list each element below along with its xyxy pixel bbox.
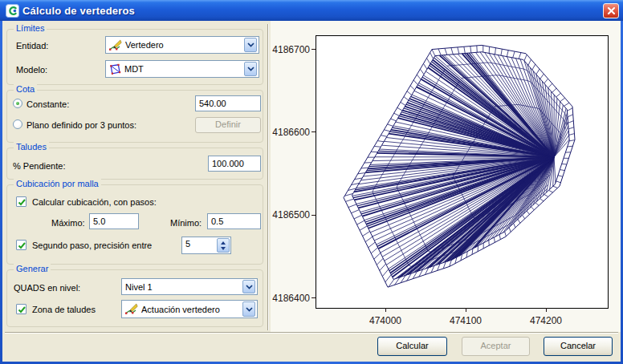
precision-spinner[interactable]: 5 (181, 237, 231, 254)
vertederos-dialog: Cálculo de vertederos Límites Entidad: V… (0, 0, 623, 364)
polyline-pencil-icon (125, 303, 138, 315)
calcular-cubicacion-checkbox[interactable] (16, 196, 26, 207)
footer-separator (5, 332, 618, 334)
zona-taludes-combobox[interactable]: Actuación vertedero (121, 300, 258, 318)
pendiente-label: % Pendiente: (13, 160, 65, 172)
calcular-button[interactable]: Calcular (377, 337, 447, 356)
maximo-input[interactable] (89, 213, 139, 229)
mdt-surface-icon (109, 63, 121, 75)
mesh-plot-panel: 4740004741004742004186400418650041866004… (271, 21, 621, 332)
check-icon (17, 305, 27, 315)
pendiente-input[interactable] (208, 156, 261, 172)
segundo-paso-checkbox[interactable] (16, 240, 26, 250)
chevron-down-icon (246, 307, 253, 312)
check-icon (17, 197, 27, 208)
svg-text:4186700: 4186700 (272, 44, 310, 55)
constante-label[interactable]: Constante: (26, 99, 69, 110)
svg-text:4186400: 4186400 (272, 293, 310, 304)
spin-up-icon[interactable] (221, 241, 226, 245)
plano-label[interactable]: Plano definido por 3 puntos: (26, 119, 136, 131)
minimo-input[interactable] (207, 213, 261, 229)
mesh-plot: 4740004741004742004186400418650041866004… (271, 21, 621, 332)
polyline-pencil-icon (109, 39, 122, 51)
definir-button[interactable]: Definir (195, 117, 261, 133)
zona-taludes-checkbox[interactable] (16, 304, 26, 314)
svg-text:4186600: 4186600 (272, 127, 310, 138)
entidad-combobox[interactable]: Vertedero (105, 36, 259, 54)
cancelar-button[interactable]: Cancelar (544, 337, 613, 356)
app-icon (6, 4, 19, 18)
chevron-down-icon (247, 67, 254, 71)
panel-separator (267, 24, 269, 330)
constante-radio[interactable] (13, 99, 22, 108)
aceptar-button[interactable]: Aceptar (462, 337, 530, 356)
spin-down-icon[interactable] (221, 247, 226, 250)
svg-text:4186500: 4186500 (272, 209, 310, 220)
window-title: Cálculo de vertederos (22, 5, 603, 17)
group-cubicacion-caption: Cubicación por malla (14, 179, 101, 188)
zona-dropdown-button[interactable] (242, 301, 255, 317)
modelo-combobox[interactable]: MDT (105, 60, 259, 78)
svg-text:474000: 474000 (369, 315, 401, 326)
quads-dropdown-button[interactable] (242, 280, 255, 293)
plano-radio[interactable] (13, 119, 22, 129)
calcular-cubicacion-label[interactable]: Calcular cubicación, con pasos: (32, 196, 157, 208)
quads-value: Nivel 1 (125, 282, 241, 292)
modelo-value: MDT (124, 64, 242, 74)
segundo-paso-label[interactable]: Segundo paso, precisión entre (32, 240, 152, 251)
quads-combobox[interactable]: Nivel 1 (121, 278, 258, 295)
entidad-label: Entidad: (16, 40, 48, 51)
chevron-down-icon (247, 42, 254, 47)
group-limites-caption: Límites (14, 23, 47, 33)
svg-text:474200: 474200 (530, 315, 562, 326)
group-cota-caption: Cota (14, 84, 37, 94)
close-button[interactable] (603, 3, 619, 18)
window-frame-left (0, 19, 2, 364)
chevron-down-icon (246, 285, 253, 289)
precision-value: 5 (182, 237, 216, 253)
maximo-label: Máximo: (51, 217, 85, 229)
group-taludes-caption: Taludes (14, 142, 49, 152)
titlebar: Cálculo de vertederos (0, 0, 623, 21)
modelo-dropdown-button[interactable] (244, 62, 257, 76)
close-icon (607, 6, 616, 15)
entidad-value: Vertedero (125, 40, 242, 50)
zona-taludes-value: Actuación vertedero (141, 305, 241, 314)
quads-label: QUADS en nivel: (14, 282, 80, 293)
zona-taludes-label[interactable]: Zona de taludes (32, 304, 96, 315)
entidad-dropdown-button[interactable] (244, 38, 257, 52)
minimo-label: Mínimo: (170, 217, 202, 229)
modelo-label: Modelo: (16, 64, 47, 75)
group-generar-caption: Generar (14, 264, 51, 273)
spinner-buttons[interactable] (217, 238, 230, 253)
svg-text:474100: 474100 (450, 315, 482, 326)
check-icon (17, 241, 27, 251)
constante-input[interactable] (195, 95, 261, 111)
